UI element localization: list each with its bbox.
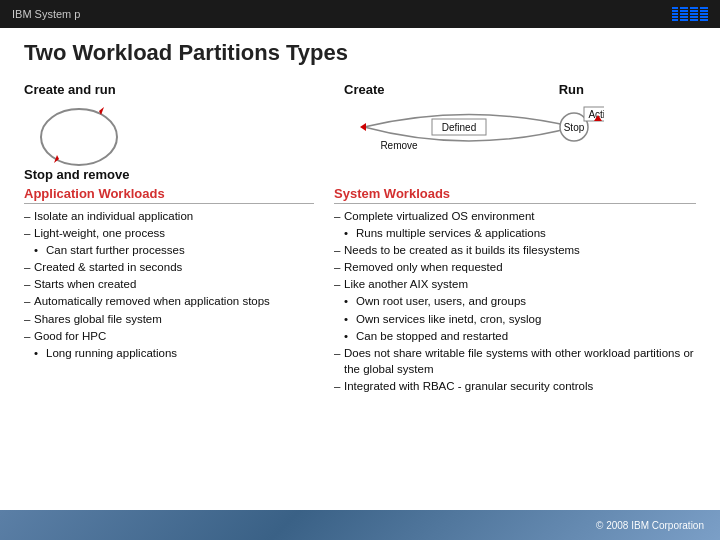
svg-rect-3 (672, 16, 678, 18)
top-bar: IBM System p (0, 0, 720, 28)
list-item: Like another AIX system (334, 276, 696, 292)
svg-rect-11 (690, 10, 698, 12)
svg-rect-1 (672, 10, 678, 12)
svg-rect-10 (690, 7, 698, 9)
svg-point-20 (41, 109, 117, 165)
app-workloads-list: Isolate an individual applicationLight-w… (24, 208, 314, 361)
svg-rect-0 (672, 7, 678, 9)
list-item: Runs multiple services & applications (334, 225, 696, 241)
app-workloads-header: Application Workloads (24, 186, 314, 204)
sys-workloads-header: System Workloads (334, 186, 696, 204)
svg-rect-15 (700, 7, 708, 9)
svg-rect-7 (680, 13, 688, 15)
list-item: Light-weight, one process (24, 225, 314, 241)
list-item: Removed only when requested (334, 259, 696, 275)
svg-text:Stop: Stop (564, 122, 585, 133)
svg-rect-6 (680, 10, 688, 12)
svg-rect-16 (700, 10, 708, 12)
list-item: Does not share writable file systems wit… (334, 345, 696, 377)
svg-marker-24 (360, 123, 366, 131)
ibm-logo-icon (672, 7, 708, 21)
app-workloads-section: Application Workloads Isolate an individ… (24, 186, 314, 395)
list-item: Created & started in seconds (24, 259, 314, 275)
run-label: Run (559, 82, 584, 97)
list-item: Own services like inetd, cron, syslog (334, 311, 696, 327)
svg-rect-14 (690, 19, 698, 21)
svg-rect-13 (690, 16, 698, 18)
svg-text:Defined: Defined (442, 122, 476, 133)
list-item: Automatically removed when application s… (24, 293, 314, 309)
diagram-area: Create and run Stop and remove (0, 74, 720, 182)
page-title: Two Workload Partitions Types (24, 40, 696, 66)
footer-copyright: © 2008 IBM Corporation (596, 520, 704, 531)
svg-rect-2 (672, 13, 678, 15)
list-item: Can start further processes (24, 242, 314, 258)
create-label: Create (344, 82, 384, 97)
top-bar-title: IBM System p (12, 8, 80, 20)
create-run-label: Create and run (24, 82, 134, 97)
stop-remove-label: Stop and remove (24, 167, 134, 182)
left-cycle-diagram (24, 99, 134, 169)
list-item: Isolate an individual application (24, 208, 314, 224)
right-diagram: Create Run Defined (334, 82, 696, 182)
list-item: Integrated with RBAC - granular security… (334, 378, 696, 394)
footer: © 2008 IBM Corporation (0, 510, 720, 540)
left-diagram: Create and run Stop and remove (24, 82, 334, 182)
svg-rect-12 (690, 13, 698, 15)
svg-text:Remove: Remove (380, 140, 418, 151)
list-item: Can be stopped and restarted (334, 328, 696, 344)
main-content: Two Workload Partitions Types Create and… (0, 28, 720, 540)
list-item: Starts when created (24, 276, 314, 292)
svg-rect-9 (680, 19, 688, 21)
svg-rect-4 (672, 19, 678, 21)
right-cycle-diagram: Defined Stop Active Remove (334, 97, 604, 159)
page-title-area: Two Workload Partitions Types (0, 28, 720, 74)
list-item: Own root user, users, and groups (334, 293, 696, 309)
list-item: Long running applications (24, 345, 314, 361)
list-item: Shares global file system (24, 311, 314, 327)
ibm-logo (672, 7, 708, 21)
svg-rect-18 (700, 16, 708, 18)
svg-rect-5 (680, 7, 688, 9)
workloads-row: Application Workloads Isolate an individ… (0, 182, 720, 395)
svg-rect-8 (680, 16, 688, 18)
list-item: Complete virtualized OS environment (334, 208, 696, 224)
sys-workloads-list: Complete virtualized OS environmentRuns … (334, 208, 696, 394)
svg-rect-17 (700, 13, 708, 15)
svg-rect-19 (700, 19, 708, 21)
list-item: Good for HPC (24, 328, 314, 344)
list-item: Needs to be created as it builds its fil… (334, 242, 696, 258)
sys-workloads-section: System Workloads Complete virtualized OS… (334, 186, 696, 395)
